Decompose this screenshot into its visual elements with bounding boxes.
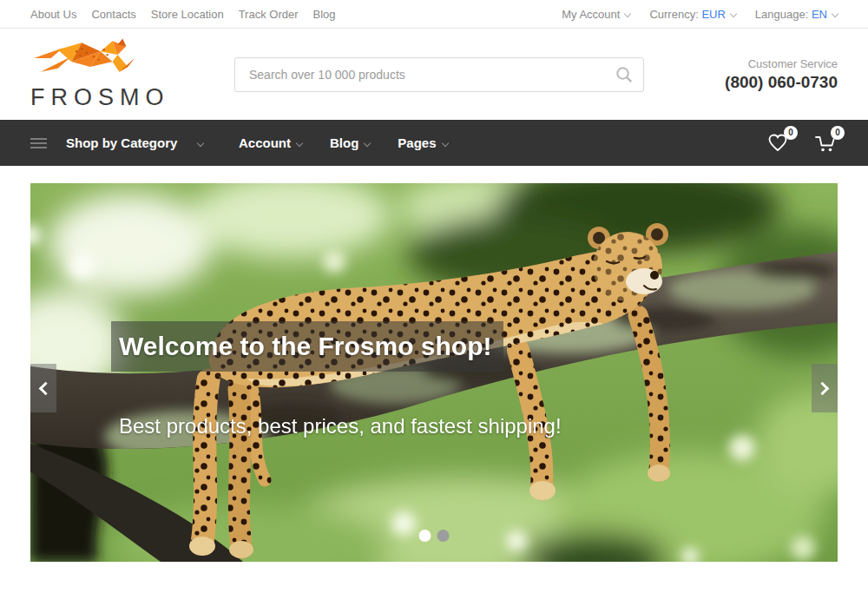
chevron-down-icon xyxy=(296,139,303,146)
wishlist-button[interactable]: 0 xyxy=(766,131,791,155)
language-value: EN xyxy=(812,8,827,21)
currency-dropdown[interactable]: Currency: EUR xyxy=(649,8,735,21)
nav-item-label: Account xyxy=(239,135,291,150)
topbar-right: My Account Currency: EUR Language: EN xyxy=(562,8,838,21)
main-navigation: Shop by Category Account Blog Pages 0 xyxy=(0,120,868,166)
logo[interactable]: FROSMO xyxy=(30,37,234,111)
currency-label: Currency: xyxy=(649,8,698,21)
chevron-down-icon xyxy=(364,139,371,146)
topbar-links: About Us Contacts Store Location Track O… xyxy=(30,8,336,21)
carousel-dot-2[interactable] xyxy=(437,530,450,542)
link-store-location[interactable]: Store Location xyxy=(151,8,224,21)
shop-by-category-menu[interactable]: Shop by Category xyxy=(30,135,239,151)
nav-menu: Account Blog Pages xyxy=(239,135,448,150)
logo-text: FROSMO xyxy=(30,84,234,111)
chevron-down-icon xyxy=(624,10,631,16)
link-blog[interactable]: Blog xyxy=(313,8,336,21)
wishlist-count-badge: 0 xyxy=(784,126,798,140)
search-icon[interactable] xyxy=(615,66,633,83)
chevron-down-icon xyxy=(730,10,737,16)
currency-value: EUR xyxy=(701,8,725,21)
header: FROSMO Customer Service (800) 060-0730 xyxy=(0,29,868,120)
chevron-left-icon xyxy=(39,381,53,395)
language-label: Language: xyxy=(755,8,808,21)
my-account-label: My Account xyxy=(562,8,620,21)
nav-item-blog[interactable]: Blog xyxy=(330,135,370,150)
chevron-down-icon xyxy=(441,139,448,146)
hero-carousel: Welcome to the Frosmo shop! Best product… xyxy=(30,183,838,562)
link-track-order[interactable]: Track Order xyxy=(239,8,299,21)
nav-item-label: Pages xyxy=(398,135,436,150)
carousel-next-button[interactable] xyxy=(812,364,838,412)
nav-item-pages[interactable]: Pages xyxy=(398,135,447,150)
hero-subtitle: Best products, best prices, and fastest … xyxy=(119,414,562,438)
link-about-us[interactable]: About Us xyxy=(30,8,76,21)
hero-title-box: Welcome to the Frosmo shop! xyxy=(111,321,503,372)
search-bar xyxy=(234,57,644,92)
chevron-right-icon xyxy=(816,381,830,395)
chevron-down-icon xyxy=(832,10,838,16)
nav-icons: 0 0 xyxy=(766,131,838,155)
cart-count-badge: 0 xyxy=(831,126,845,140)
cart-button[interactable]: 0 xyxy=(813,131,838,155)
chevron-down-icon xyxy=(197,139,204,146)
language-dropdown[interactable]: Language: EN xyxy=(755,8,838,21)
topbar: About Us Contacts Store Location Track O… xyxy=(0,0,868,29)
carousel-dot-1[interactable] xyxy=(419,530,431,542)
page: About Us Contacts Store Location Track O… xyxy=(0,0,868,593)
shop-by-category-label: Shop by Category xyxy=(66,135,177,150)
hero-image-leopard-on-branch xyxy=(30,183,838,562)
nav-item-account[interactable]: Account xyxy=(239,135,302,150)
customer-service-label: Customer Service xyxy=(644,57,838,70)
hero-title: Welcome to the Frosmo shop! xyxy=(119,332,491,360)
carousel-dots xyxy=(419,530,450,542)
carousel-prev-button[interactable] xyxy=(30,364,56,412)
cheetah-logo-icon xyxy=(32,37,143,82)
customer-service-phone: (800) 060-0730 xyxy=(644,73,838,92)
search-input[interactable] xyxy=(234,57,644,92)
my-account-dropdown[interactable]: My Account xyxy=(562,8,630,21)
nav-item-label: Blog xyxy=(330,135,358,150)
hamburger-icon xyxy=(30,135,47,151)
customer-service: Customer Service (800) 060-0730 xyxy=(644,57,838,92)
link-contacts[interactable]: Contacts xyxy=(91,8,135,21)
